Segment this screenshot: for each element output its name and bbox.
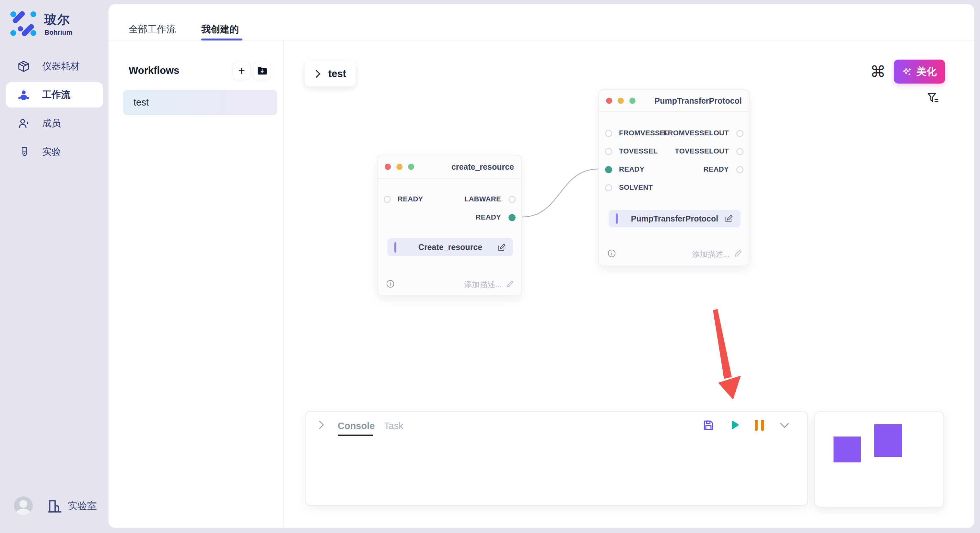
input-port-ready[interactable] xyxy=(384,196,391,203)
logo-zh: 玻尔 xyxy=(45,11,72,28)
sidebar-item-instruments[interactable]: 仪器耗材 xyxy=(6,54,103,79)
workflow-list-item-test[interactable]: test xyxy=(123,90,277,115)
workflows-list-panel: Workflows + test xyxy=(108,40,283,528)
node-action-button[interactable]: PumpTransferProtocol xyxy=(609,210,740,227)
building-icon xyxy=(46,497,62,514)
console-tab-underline xyxy=(338,435,373,436)
description-placeholder[interactable]: 添加描述... xyxy=(464,279,502,290)
chevron-right-icon xyxy=(314,69,322,78)
collapse-chevron-icon[interactable] xyxy=(317,420,326,430)
sidebar-item-workflow[interactable]: 工作流 xyxy=(6,82,103,108)
test-tube-icon xyxy=(17,145,30,159)
port-label: FROMVESSEL xyxy=(619,129,669,137)
minimap-node-create-resource xyxy=(834,436,861,462)
node-action-button[interactable]: Create_resource xyxy=(387,238,513,256)
edge-create-to-pump xyxy=(522,169,598,217)
bohrium-logo-icon xyxy=(10,11,36,36)
node-header[interactable]: create_resource xyxy=(377,155,521,179)
sidebar-item-label: 实验 xyxy=(42,145,61,159)
package-icon xyxy=(17,60,30,73)
annotation-arrow-head xyxy=(718,376,741,400)
port-label: SOLVENT xyxy=(619,183,653,192)
edit-icon[interactable] xyxy=(724,214,733,223)
traffic-light-yellow[interactable] xyxy=(618,97,624,104)
traffic-light-green[interactable] xyxy=(629,97,635,104)
user-avatar[interactable] xyxy=(14,497,33,515)
breadcrumb[interactable]: test xyxy=(305,61,355,86)
add-workflow-button[interactable]: + xyxy=(233,62,250,80)
output-port-ready[interactable] xyxy=(736,166,743,173)
beautify-label: 美化 xyxy=(916,65,937,78)
main-panel: 全部工作流 我创建的 Workflows + test test ⌘ xyxy=(108,4,974,528)
chevron-down-icon xyxy=(778,419,791,431)
input-port-solvent[interactable] xyxy=(605,184,612,191)
edit-icon[interactable] xyxy=(497,243,506,252)
sidebar: 玻尔 Bohrium 仪器耗材 工作流 xyxy=(0,0,108,533)
output-port-tovesselout[interactable] xyxy=(736,148,743,155)
members-icon xyxy=(17,117,30,130)
node-title: create_resource xyxy=(452,162,514,171)
pencil-icon[interactable] xyxy=(734,249,743,258)
console-panel: Console Task xyxy=(305,411,808,506)
logo-en: Bohrium xyxy=(45,29,72,36)
filter-icon[interactable] xyxy=(927,92,939,105)
traffic-lights xyxy=(385,164,414,170)
traffic-light-yellow[interactable] xyxy=(396,164,402,170)
play-icon xyxy=(729,419,740,431)
workflow-icon xyxy=(17,88,30,102)
output-port-fromvesselout[interactable] xyxy=(736,130,743,137)
description-placeholder[interactable]: 添加描述... xyxy=(692,249,730,259)
run-button[interactable] xyxy=(729,419,740,431)
port-label: READY xyxy=(476,213,501,222)
sidebar-item-experiment[interactable]: 实验 xyxy=(6,139,103,165)
minimap-node-pump-transfer xyxy=(874,424,902,457)
port-label: READY xyxy=(398,195,423,203)
accent-bar xyxy=(616,213,618,224)
node-pump-transfer-protocol[interactable]: PumpTransferProtocol FROMVESSEL FROMVESS… xyxy=(598,89,749,266)
traffic-light-red[interactable] xyxy=(606,97,612,104)
tab-all-workflows[interactable]: 全部工作流 xyxy=(129,23,176,36)
port-label: READY xyxy=(619,165,644,174)
sidebar-nav: 仪器耗材 工作流 成员 xyxy=(6,54,103,168)
info-icon[interactable] xyxy=(386,279,395,288)
lab-switcher[interactable]: 实验室 xyxy=(46,497,97,514)
import-folder-button[interactable] xyxy=(253,62,271,80)
input-port-ready-connected[interactable] xyxy=(605,166,612,173)
traffic-light-green[interactable] xyxy=(408,164,414,170)
info-icon[interactable] xyxy=(607,249,616,258)
collapse-panel-button[interactable] xyxy=(778,419,791,431)
input-port-fromvessel[interactable] xyxy=(605,130,612,137)
traffic-light-red[interactable] xyxy=(385,164,391,170)
pause-button[interactable] xyxy=(755,420,764,431)
workflows-title: Workflows xyxy=(129,65,179,76)
node-title: PumpTransferProtocol xyxy=(655,96,742,105)
input-port-tovessel[interactable] xyxy=(605,148,612,155)
beautify-button[interactable]: 美化 xyxy=(894,60,945,84)
sidebar-item-members[interactable]: 成员 xyxy=(6,111,103,136)
tab-created-by-me[interactable]: 我创建的 xyxy=(201,23,239,36)
sidebar-footer: 实验室 xyxy=(14,497,97,515)
tab-console[interactable]: Console xyxy=(338,420,375,431)
pencil-icon[interactable] xyxy=(506,279,515,288)
sidebar-item-label: 成员 xyxy=(42,117,61,130)
port-label: LABWARE xyxy=(465,195,501,203)
sparkles-icon xyxy=(902,67,913,77)
node-create-resource[interactable]: create_resource READY LABWARE READY Crea… xyxy=(377,155,522,296)
lab-label: 实验室 xyxy=(68,499,97,512)
port-label: FROMVESSELOUT xyxy=(663,129,729,137)
minimap[interactable] xyxy=(815,411,944,508)
workflow-tabbar: 全部工作流 我创建的 xyxy=(108,4,974,40)
node-header[interactable]: PumpTransferProtocol xyxy=(599,90,749,112)
node-action-label: Create_resource xyxy=(387,243,513,252)
output-port-labware[interactable] xyxy=(509,196,515,203)
app-logo[interactable]: 玻尔 Bohrium xyxy=(10,11,72,36)
output-port-ready-connected[interactable] xyxy=(509,214,515,221)
folder-download-icon xyxy=(257,67,267,75)
port-label: TOVESSEL xyxy=(619,147,657,155)
traffic-lights xyxy=(606,97,635,104)
save-button[interactable] xyxy=(702,419,714,431)
command-palette-icon[interactable]: ⌘ xyxy=(870,64,886,79)
port-label: READY xyxy=(703,165,729,174)
console-toolbar xyxy=(702,419,791,431)
tab-task[interactable]: Task xyxy=(384,420,404,431)
